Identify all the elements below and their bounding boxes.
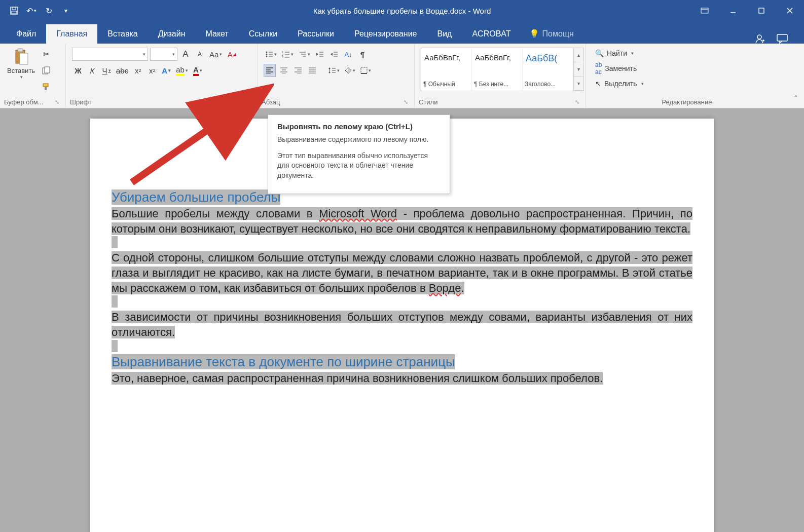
svg-rect-61 (361, 67, 367, 73)
doc-p3: В зависимости от причины возникновения б… (112, 311, 692, 338)
styles-launcher-icon[interactable]: ⤡ (575, 99, 581, 105)
tell-me[interactable]: 💡 Помощн (521, 24, 582, 44)
group-styles: АаБбВвГг, ¶ Обычный АаБбВвГг, ¶ Без инте… (415, 44, 586, 108)
select-button[interactable]: ↖Выделить▾ (593, 78, 646, 89)
line-spacing-icon[interactable]: ▾ (326, 64, 341, 77)
doc-p2-a: С одной стороны, слишком большие отступы… (112, 251, 692, 294)
group-editing-label: Редактирование (662, 98, 712, 106)
indent-decrease-icon[interactable] (314, 48, 326, 61)
font-size-combo[interactable]: ▾ (150, 48, 177, 61)
underline-button[interactable]: Ч▾ (100, 64, 113, 77)
font-launcher-icon[interactable]: ⤡ (246, 99, 253, 105)
shading-icon[interactable]: ▾ (343, 64, 357, 77)
collapse-ribbon-icon[interactable]: ˆ (788, 44, 804, 108)
doc-p2-link: Ворде (429, 282, 461, 294)
tooltip-body-2: Этот тип выравнивания обычно используетс… (277, 151, 441, 181)
cut-icon[interactable]: ✂ (40, 48, 52, 61)
multilevel-icon[interactable]: ▾ (297, 48, 312, 61)
change-case-icon[interactable]: Aa▾ (208, 48, 224, 61)
account-area (754, 33, 804, 44)
sort-icon[interactable]: A↓ (342, 48, 354, 61)
comments-icon[interactable] (777, 33, 788, 44)
styles-more-button[interactable]: ▴▾▾ (573, 48, 583, 91)
paste-button[interactable]: Вставить ▾ (4, 46, 38, 82)
doc-heading-1: Убираем большие пробелы (112, 189, 280, 205)
text-effects-icon[interactable]: A▾ (160, 64, 172, 77)
redo-icon[interactable]: ↻ (42, 4, 56, 18)
cursor-icon: ↖ (595, 80, 601, 88)
style-no-spacing[interactable]: АаБбВвГг, ¶ Без инте... (472, 48, 523, 91)
group-clipboard: Вставить ▾ ✂ Буфер обм...⤡ (0, 44, 66, 108)
align-left-button[interactable] (264, 64, 276, 77)
align-justify-button[interactable] (306, 64, 318, 77)
style-normal[interactable]: АаБбВвГг, ¶ Обычный (421, 48, 472, 91)
align-right-button[interactable] (292, 64, 304, 77)
undo-icon[interactable]: ↶▾ (24, 4, 39, 18)
share-icon[interactable] (754, 33, 764, 44)
format-painter-icon[interactable] (40, 80, 52, 93)
svg-text:3: 3 (282, 56, 283, 58)
italic-button[interactable]: К (86, 64, 98, 77)
save-icon[interactable] (7, 4, 21, 18)
svg-rect-12 (777, 34, 787, 41)
tab-layout[interactable]: Макет (196, 24, 239, 44)
styles-gallery[interactable]: АаБбВвГг, ¶ Обычный АаБбВвГг, ¶ Без инте… (421, 48, 584, 91)
bullets-icon[interactable]: ▾ (264, 48, 278, 61)
indent-increase-icon[interactable] (328, 48, 340, 61)
svg-point-24 (266, 56, 268, 57)
subscript-button[interactable]: x2 (132, 64, 144, 77)
qat-customize-icon[interactable]: ▾ (59, 4, 73, 18)
minimize-icon[interactable] (719, 0, 747, 21)
group-clipboard-label: Буфер обм... (4, 98, 44, 106)
clipboard-launcher-icon[interactable]: ⤡ (55, 99, 61, 105)
replace-button[interactable]: abacЗаменить (593, 60, 646, 77)
svg-point-9 (757, 35, 761, 39)
quick-access-toolbar: ↶▾ ↻ ▾ (0, 4, 73, 18)
group-paragraph: ▾ 123▾ ▾ A↓ ¶ ▾ ▾ ▾ (258, 44, 415, 108)
group-font: ▾ ▾ A A Aa▾ A◢ Ж К Ч▾ abc x2 x2 A▾ ab▾ A… (66, 44, 258, 108)
maximize-icon[interactable] (747, 0, 776, 21)
tab-insert[interactable]: Вставка (97, 24, 148, 44)
tab-references[interactable]: Ссылки (239, 24, 287, 44)
tab-acrobat[interactable]: ACROBAT (462, 24, 521, 44)
highlight-icon[interactable]: ab▾ (174, 64, 190, 77)
show-marks-icon[interactable]: ¶ (356, 48, 369, 61)
shrink-font-icon[interactable]: A (194, 48, 206, 61)
superscript-button[interactable]: x2 (146, 64, 158, 77)
paste-label: Вставить (7, 67, 35, 74)
strike-button[interactable]: abc (115, 64, 130, 77)
close-icon[interactable] (776, 0, 804, 21)
clipboard-icon (12, 48, 30, 66)
numbering-icon[interactable]: 123▾ (280, 48, 295, 61)
paragraph-launcher-icon[interactable]: ⤡ (404, 99, 410, 105)
window-controls (690, 0, 804, 21)
tab-view[interactable]: Вид (427, 24, 462, 44)
svg-rect-2 (12, 11, 17, 14)
doc-p2-b: . (461, 282, 464, 294)
borders-icon[interactable]: ▾ (359, 64, 373, 77)
tab-design[interactable]: Дизайн (148, 24, 196, 44)
svg-rect-17 (45, 67, 50, 73)
tooltip-body-1: Выравнивание содержимого по левому полю. (277, 135, 441, 145)
style-heading1[interactable]: АаБбВ( Заголово... (523, 48, 573, 91)
font-family-combo[interactable]: ▾ (72, 48, 148, 61)
ribbon-display-icon[interactable] (690, 0, 719, 21)
replace-icon: abac (595, 61, 602, 75)
tab-review[interactable]: Рецензирование (344, 24, 427, 44)
bold-button[interactable]: Ж (72, 64, 84, 77)
clear-format-icon[interactable]: A◢ (226, 48, 238, 61)
tab-home[interactable]: Главная (46, 24, 97, 44)
find-button[interactable]: 🔍Найти▾ (593, 48, 646, 59)
copy-icon[interactable] (40, 64, 52, 77)
align-center-button[interactable] (278, 64, 290, 77)
font-color-icon[interactable]: A▾ (192, 64, 204, 77)
group-font-label: Шрифт (70, 98, 92, 106)
svg-rect-18 (43, 84, 48, 87)
tab-mailings[interactable]: Рассылки (287, 24, 344, 44)
svg-rect-6 (759, 8, 764, 13)
grow-font-icon[interactable]: A (179, 48, 192, 61)
svg-point-20 (266, 52, 268, 53)
svg-rect-14 (18, 49, 23, 52)
tell-me-label: Помощн (542, 29, 574, 39)
tab-file[interactable]: Файл (6, 24, 46, 44)
